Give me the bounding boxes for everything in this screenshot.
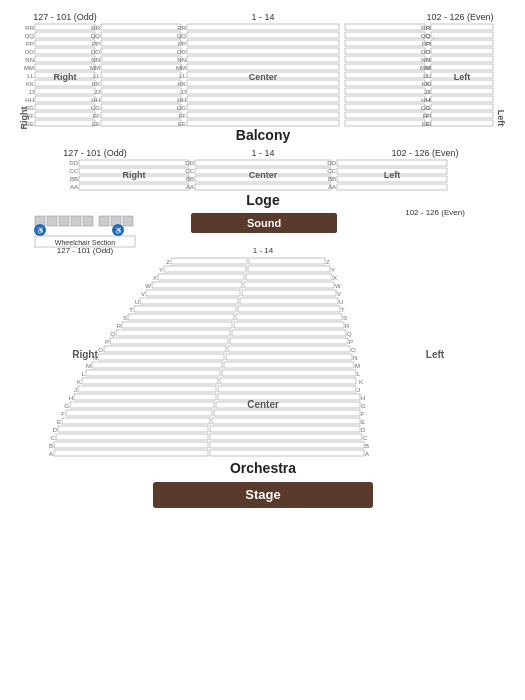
svg-text:W: W bbox=[335, 283, 341, 289]
svg-text:GG: GG bbox=[177, 105, 187, 111]
balcony-top-right-label: 102 - 126 (Even) bbox=[426, 12, 493, 22]
svg-rect-208 bbox=[110, 338, 228, 344]
svg-text:L: L bbox=[357, 371, 361, 377]
svg-rect-21 bbox=[35, 104, 95, 110]
svg-rect-49 bbox=[101, 112, 181, 118]
svg-rect-249 bbox=[212, 418, 360, 424]
svg-text:B: B bbox=[49, 443, 53, 449]
svg-rect-221 bbox=[224, 362, 354, 368]
svg-text:RR: RR bbox=[91, 25, 100, 31]
svg-text:H: H bbox=[361, 395, 365, 401]
balcony-center-label: Center bbox=[249, 72, 278, 82]
stage-label: Stage bbox=[245, 487, 280, 502]
balcony-left-outer-block: RR QQ PP OO NN MM LL KK JJ HH GG FF EE bbox=[24, 24, 95, 127]
loge-center-label: Center bbox=[249, 170, 278, 180]
svg-rect-220 bbox=[92, 362, 222, 368]
svg-text:OO: OO bbox=[91, 49, 101, 55]
svg-text:Z: Z bbox=[326, 259, 330, 265]
svg-rect-5 bbox=[35, 40, 95, 46]
svg-rect-157 bbox=[71, 216, 81, 226]
svg-text:PP: PP bbox=[422, 41, 430, 47]
svg-text:V: V bbox=[141, 291, 145, 297]
svg-text:O: O bbox=[351, 347, 356, 353]
svg-rect-122 bbox=[431, 96, 493, 102]
svg-text:MM: MM bbox=[90, 65, 100, 71]
svg-rect-241 bbox=[216, 402, 360, 408]
svg-text:F: F bbox=[61, 411, 65, 417]
svg-rect-233 bbox=[218, 386, 356, 392]
svg-text:BB: BB bbox=[70, 176, 78, 182]
loge-right-label: Left bbox=[384, 170, 401, 180]
svg-text:MM: MM bbox=[176, 65, 186, 71]
svg-rect-197 bbox=[236, 314, 342, 320]
seating-chart-svg: 127 - 101 (Odd) 1 - 14 102 - 126 (Even) … bbox=[5, 8, 520, 696]
svg-rect-224 bbox=[86, 370, 220, 376]
svg-text:T: T bbox=[341, 307, 345, 313]
svg-rect-106 bbox=[431, 32, 493, 38]
svg-text:NN: NN bbox=[91, 57, 100, 63]
svg-text:EE: EE bbox=[178, 121, 186, 127]
svg-text:GG: GG bbox=[421, 105, 431, 111]
wheelchair-section-area: ♿ ♿ Wheelchair Section bbox=[34, 216, 135, 247]
svg-text:EE: EE bbox=[92, 121, 100, 127]
loge-left-section-label: Right bbox=[123, 170, 146, 180]
svg-text:DD: DD bbox=[69, 160, 78, 166]
svg-rect-200 bbox=[122, 322, 232, 328]
svg-text:S: S bbox=[343, 315, 347, 321]
svg-rect-27 bbox=[101, 24, 181, 30]
svg-rect-110 bbox=[431, 48, 493, 54]
svg-text:Z: Z bbox=[166, 259, 170, 265]
svg-rect-120 bbox=[431, 88, 493, 94]
svg-rect-196 bbox=[128, 314, 234, 320]
svg-text:PP: PP bbox=[178, 41, 186, 47]
svg-rect-192 bbox=[134, 306, 236, 312]
svg-rect-264 bbox=[54, 450, 208, 456]
balcony-outer-right-label: Left bbox=[496, 110, 506, 127]
svg-text:PP: PP bbox=[26, 41, 34, 47]
svg-text:JJ: JJ bbox=[94, 89, 100, 95]
svg-rect-169 bbox=[249, 258, 325, 264]
svg-text:CC: CC bbox=[69, 168, 78, 174]
orchestra-center-section-label: Center bbox=[247, 399, 279, 410]
svg-text:JJ: JJ bbox=[180, 89, 186, 95]
svg-rect-168 bbox=[171, 258, 247, 264]
svg-rect-1 bbox=[35, 24, 95, 30]
svg-text:L: L bbox=[82, 371, 86, 377]
svg-rect-229 bbox=[220, 378, 356, 384]
svg-text:HH: HH bbox=[421, 97, 430, 103]
svg-rect-37 bbox=[101, 64, 181, 70]
svg-rect-256 bbox=[56, 434, 208, 440]
balcony-title: Balcony bbox=[236, 127, 291, 143]
svg-rect-252 bbox=[58, 426, 208, 432]
svg-rect-59 bbox=[187, 48, 339, 54]
svg-rect-205 bbox=[232, 330, 346, 336]
svg-rect-63 bbox=[187, 64, 339, 70]
svg-rect-209 bbox=[230, 338, 348, 344]
svg-rect-225 bbox=[222, 370, 356, 376]
svg-rect-128 bbox=[431, 120, 493, 126]
svg-text:KK: KK bbox=[92, 81, 100, 87]
svg-rect-108 bbox=[431, 40, 493, 46]
loge-top-center-label: 1 - 14 bbox=[251, 148, 274, 158]
svg-text:Q: Q bbox=[347, 331, 352, 337]
orchestra-left-section-label: Left bbox=[426, 349, 445, 360]
svg-text:F: F bbox=[361, 411, 365, 417]
svg-rect-82 bbox=[345, 40, 425, 46]
svg-rect-11 bbox=[35, 64, 95, 70]
svg-text:FF: FF bbox=[93, 113, 101, 119]
svg-text:NN: NN bbox=[421, 57, 430, 63]
svg-text:AA: AA bbox=[328, 184, 336, 190]
svg-text:HH: HH bbox=[91, 97, 100, 103]
svg-rect-35 bbox=[101, 56, 181, 62]
svg-text:HH: HH bbox=[25, 97, 34, 103]
svg-rect-88 bbox=[345, 64, 425, 70]
svg-text:OO: OO bbox=[177, 49, 187, 55]
svg-text:D: D bbox=[361, 427, 366, 433]
svg-rect-39 bbox=[101, 72, 181, 78]
svg-rect-156 bbox=[59, 216, 69, 226]
svg-text:G: G bbox=[64, 403, 69, 409]
svg-rect-177 bbox=[246, 274, 332, 280]
svg-text:N: N bbox=[353, 355, 357, 361]
svg-rect-139 bbox=[195, 160, 331, 166]
loge-center-block: DD CC BB AA Center bbox=[185, 160, 331, 190]
